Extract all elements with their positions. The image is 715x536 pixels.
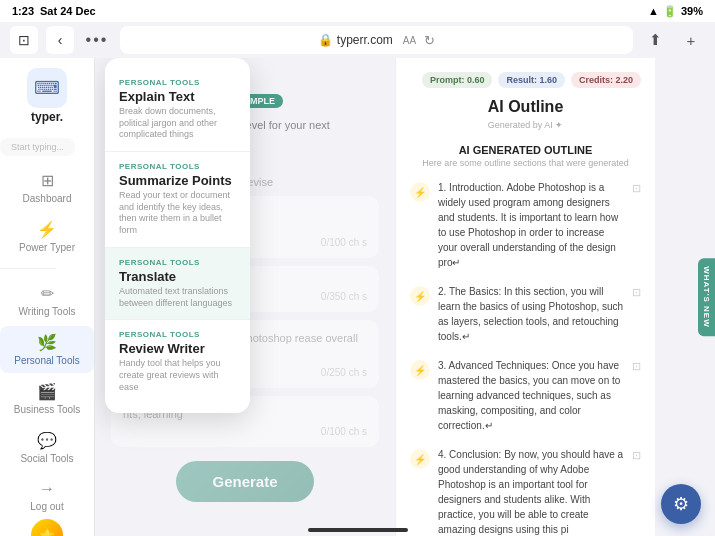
outline-item-4: ⚡ 4. Conclusion: By now, you should have… [410, 447, 641, 536]
main-layout: ⌨ typer. Start typing... ⊞ Dashboard ⚡ P… [0, 58, 715, 536]
ai-generated-title: AI GENERATED OUTLINE [410, 144, 641, 156]
copy-icon-1[interactable]: ⊡ [632, 182, 641, 195]
copy-icon-2[interactable]: ⊡ [632, 286, 641, 299]
sidebar-item-dashboard[interactable]: ⊞ Dashboard [0, 164, 94, 211]
whats-new-tab[interactable]: WHAT'S NEW [698, 258, 715, 336]
logo-text: typer. [31, 110, 63, 124]
browser-nav: ⊡ ‹ [10, 26, 74, 54]
tool-item-explain-text[interactable]: PERSONAL TOOLS Explain Text Break down d… [105, 68, 250, 152]
about-char-count: 0/100 ch s [123, 426, 367, 437]
avatar: 🌟 [31, 519, 63, 536]
sidebar-nav: Start typing... ⊞ Dashboard ⚡ Power Type… [0, 138, 94, 519]
logo-icon: ⌨ [27, 68, 67, 108]
content-area: WRITING TOOLS Outline EXAMPLE Plan the s… [95, 58, 715, 536]
tool-description: Read your text or document and identify … [119, 190, 236, 237]
reload-icon[interactable]: ↻ [424, 33, 435, 48]
time: 1:23 [12, 5, 34, 17]
wifi-icon: ▲ [648, 5, 659, 17]
tab-icon-button[interactable]: ⊡ [10, 26, 38, 54]
sidebar: ⌨ typer. Start typing... ⊞ Dashboard ⚡ P… [0, 58, 95, 536]
generate-button[interactable]: Generate [176, 461, 313, 502]
sidebar-item-label: Business Tools [14, 404, 81, 415]
personal-tools-icon: 🌿 [37, 333, 57, 352]
outline-text-2: 2. The Basics: In this section, you will… [438, 284, 624, 344]
ai-badge-prompt: Prompt: 0.60 [422, 72, 493, 88]
ai-panel: Prompt: 0.60 Result: 1.60 Credits: 2.20 … [395, 58, 655, 536]
sidebar-item-label: Social Tools [20, 453, 73, 464]
sidebar-item-label: Power Typer [19, 242, 75, 253]
lock-icon: 🔒 [318, 33, 333, 47]
ai-panel-subtitle: Generated by AI ✦ [410, 120, 641, 130]
tool-category-label: PERSONAL TOOLS [119, 162, 236, 171]
tool-item-summarize[interactable]: PERSONAL TOOLS Summarize Points Read you… [105, 152, 250, 248]
copy-icon-3[interactable]: ⊡ [632, 360, 641, 373]
start-typing-label: Start typing... [11, 142, 64, 152]
status-bar: 1:23 Sat 24 Dec ▲ 🔋 39% [0, 0, 715, 22]
tool-description: Automated text translations between diff… [119, 286, 236, 309]
outline-item-2: ⚡ 2. The Basics: In this section, you wi… [410, 284, 641, 344]
sidebar-bottom: 🌟 Hi, Adam! [0, 519, 94, 536]
sidebar-item-label: Personal Tools [14, 355, 79, 366]
sidebar-logo: ⌨ typer. [27, 68, 67, 124]
sidebar-item-personal-tools[interactable]: 🌿 Personal Tools [0, 326, 94, 373]
power-typer-icon: ⚡ [37, 220, 57, 239]
sidebar-item-label: Writing Tools [19, 306, 76, 317]
logo-icon-glyph: ⌨ [34, 77, 60, 99]
tool-category-label: PERSONAL TOOLS [119, 258, 236, 267]
outline-number-2: ⚡ [410, 286, 430, 306]
sidebar-item-label: Dashboard [23, 193, 72, 204]
three-dots: ••• [82, 26, 112, 54]
battery-pct: 39% [681, 5, 703, 17]
social-tools-icon: 💬 [37, 431, 57, 450]
ai-generated-subtitle: Here are some outline sections that were… [410, 158, 641, 168]
tool-category-label: PERSONAL TOOLS [119, 330, 236, 339]
tools-overlay-menu: PERSONAL TOOLS Explain Text Break down d… [105, 58, 250, 413]
avatar-area: 🌟 Hi, Adam! [25, 519, 68, 536]
sidebar-divider [0, 268, 56, 269]
battery-icon: 🔋 [663, 5, 677, 18]
tool-category-label: PERSONAL TOOLS [119, 78, 236, 87]
tool-name: Translate [119, 269, 236, 284]
outline-item-3: ⚡ 3. Advanced Techniques: Once you have … [410, 358, 641, 433]
tool-item-translate[interactable]: PERSONAL TOOLS Translate Automated text … [105, 248, 250, 320]
sidebar-item-business-tools[interactable]: 🎬 Business Tools [0, 375, 94, 422]
sidebar-item-social-tools[interactable]: 💬 Social Tools [0, 424, 94, 471]
sidebar-item-label: Log out [30, 501, 63, 512]
url-bar-actions: ⬆ + [641, 26, 705, 54]
ai-badge-credits: Credits: 2.20 [571, 72, 641, 88]
writing-tools-icon: ✏ [41, 284, 54, 303]
ai-panel-header: Prompt: 0.60 Result: 1.60 Credits: 2.20 [410, 72, 641, 88]
business-tools-icon: 🎬 [37, 382, 57, 401]
dashboard-icon: ⊞ [41, 171, 54, 190]
sidebar-item-power-typer[interactable]: ⚡ Power Typer [0, 213, 94, 260]
copy-icon-4[interactable]: ⊡ [632, 449, 641, 462]
outline-number-4: ⚡ [410, 449, 430, 469]
outline-text-4: 4. Conclusion: By now, you should have a… [438, 447, 624, 536]
gear-icon: ⚙ [673, 493, 689, 515]
outline-number-1: ⚡ [410, 182, 430, 202]
tool-name: Summarize Points [119, 173, 236, 188]
tool-description: Break down documents, political jargon a… [119, 106, 236, 141]
url-bar[interactable]: 🔒 typerr.com AA ↻ [120, 26, 633, 54]
outline-text-1: 1. Introduction. Adobe Photoshop is a wi… [438, 180, 624, 270]
aa-label: AA [403, 35, 416, 46]
tool-name: Review Writer [119, 341, 236, 356]
sidebar-input-area[interactable]: Start typing... [0, 138, 75, 156]
share-button[interactable]: ⬆ [641, 26, 669, 54]
status-bar-left: 1:23 Sat 24 Dec [12, 5, 96, 17]
ai-panel-title: AI Outline [410, 98, 641, 116]
status-bar-right: ▲ 🔋 39% [648, 5, 703, 18]
outline-text-3: 3. Advanced Techniques: Once you have ma… [438, 358, 624, 433]
ai-badge-result: Result: 1.60 [498, 72, 565, 88]
outline-item-1: ⚡ 1. Introduction. Adobe Photoshop is a … [410, 180, 641, 270]
url-text: typerr.com [337, 33, 393, 47]
add-tab-button[interactable]: + [677, 26, 705, 54]
sidebar-item-logout[interactable]: → Log out [0, 473, 94, 519]
back-button[interactable]: ‹ [46, 26, 74, 54]
tool-description: Handy tool that helps you create great r… [119, 358, 236, 393]
gear-fab[interactable]: ⚙ [661, 484, 701, 524]
date: Sat 24 Dec [40, 5, 96, 17]
tool-item-review-writer[interactable]: PERSONAL TOOLS Review Writer Handy tool … [105, 320, 250, 403]
sidebar-item-writing-tools[interactable]: ✏ Writing Tools [0, 277, 94, 324]
outline-number-3: ⚡ [410, 360, 430, 380]
